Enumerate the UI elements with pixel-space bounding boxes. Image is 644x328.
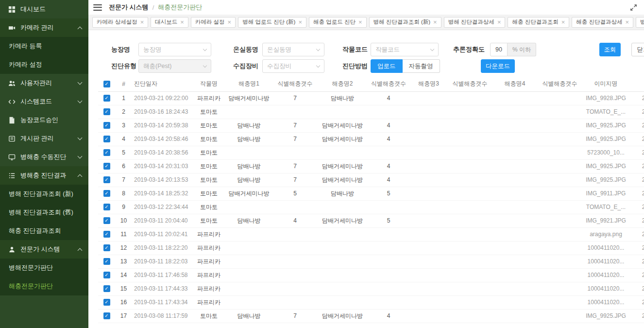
- tab[interactable]: 병해전문가판단×: [636, 17, 644, 28]
- chevron-down-icon: [78, 80, 83, 85]
- table-row[interactable]: ✓82019-03-14 18:25:32토마토담배거세미나방5담배나방5IMG…: [98, 187, 644, 200]
- close-icon[interactable]: ×: [497, 19, 501, 25]
- table-row[interactable]: ✓52019-03-14 20:38:56토마토5723000_10...201…: [98, 146, 644, 159]
- row-checkbox[interactable]: ✓: [103, 312, 110, 319]
- accuracy-input[interactable]: [490, 43, 508, 56]
- sidebar-item-3[interactable]: 시스템코드: [0, 92, 88, 111]
- menu-toggle-icon[interactable]: [93, 4, 102, 11]
- row-checkbox[interactable]: ✓: [103, 136, 110, 142]
- row-checkbox[interactable]: ✓: [103, 149, 110, 156]
- close-icon[interactable]: ×: [140, 19, 144, 25]
- fullscreen-icon[interactable]: [630, 4, 637, 11]
- tab[interactable]: 해충 진단결과조회×: [508, 17, 569, 28]
- table-row[interactable]: ✓92019-03-12 22:34:44토마토TOMATO_E_...2019: [98, 200, 644, 214]
- table-row[interactable]: ✓72019-03-14 20:13:53토마토담배나방7담배거세미나방4IMG…: [98, 173, 644, 187]
- chevron-up-icon: [78, 26, 83, 31]
- row-checkbox[interactable]: ✓: [103, 204, 110, 210]
- close-icon[interactable]: ×: [433, 19, 437, 25]
- tab[interactable]: 해충 업로드 진단×: [309, 17, 366, 28]
- close-icon[interactable]: ×: [180, 19, 184, 25]
- table-cell: 1000411020...: [583, 268, 629, 282]
- row-checkbox[interactable]: ✓: [103, 190, 110, 197]
- table-row[interactable]: ✓42019-03-14 20:58:46토마토담배나방7담배거세미나방4IMG…: [98, 132, 644, 146]
- tab[interactable]: 카메라 상세설정×: [92, 17, 148, 28]
- column-header: [629, 77, 644, 91]
- sidebar-subitem[interactable]: 병해 진단결과조회 (舊): [0, 203, 88, 222]
- table-cell: [367, 282, 410, 295]
- column-header: 식별해충갯수: [367, 77, 410, 91]
- row-checkbox[interactable]: ✓: [103, 163, 110, 170]
- sidebar-subitem[interactable]: 카메라 설정: [0, 55, 88, 74]
- tab[interactable]: 대시보드×: [151, 17, 188, 28]
- sidebar-item-6[interactable]: 병해충 수동진단: [0, 148, 88, 166]
- table-cell: 2019: [629, 227, 644, 241]
- sidebar-subitem[interactable]: 해충전문가판단: [0, 277, 88, 295]
- method-auto-button[interactable]: 자동촬영: [403, 59, 440, 73]
- table-row[interactable]: ✓12019-03-21 09:22:00파프리카담배거세미나방7담배나방4IM…: [98, 91, 644, 105]
- table-cell: 2019: [629, 282, 644, 295]
- table-cell: 16: [115, 295, 132, 309]
- table-row[interactable]: ✓112019-03-11 20:02:41파프리카aragaya.png201…: [98, 227, 644, 241]
- sidebar-subitem[interactable]: 해충 진단결과조회: [0, 222, 88, 240]
- table-cell: [318, 146, 367, 159]
- tab[interactable]: 해충 진단결과상세×: [572, 17, 633, 28]
- table-row[interactable]: ✓162019-03-11 17:43:34파프리카1000411020...2…: [98, 295, 644, 309]
- table-cell: [537, 241, 583, 255]
- diagnosis-type-select[interactable]: 해충(Pest): [138, 59, 211, 73]
- sidebar-item-8[interactable]: 전문가 시스템: [0, 240, 88, 259]
- column-header: 해충명1: [226, 77, 272, 91]
- sidebar-item-0[interactable]: 대시보드: [0, 0, 88, 18]
- farm-name-select[interactable]: 농장명: [138, 43, 211, 56]
- table-row[interactable]: ✓62019-03-14 20:31:03토마토담배나방7담배거세미나방4IMG…: [98, 159, 644, 173]
- close-icon[interactable]: ×: [625, 19, 629, 25]
- row-checkbox[interactable]: ✓: [103, 108, 110, 115]
- table-row[interactable]: ✓132019-03-11 18:22:03파프리카1000411020...2…: [98, 255, 644, 268]
- table-row[interactable]: ✓22019-03-16 18:24:43토마토TOMATO_E_...2019: [98, 105, 644, 119]
- table-row[interactable]: ✓172019-03-08 11:17:59토마토담배나방7담배거세미나방4IM…: [98, 309, 644, 323]
- method-upload-button[interactable]: 업로드: [371, 59, 403, 73]
- row-checkbox[interactable]: ✓: [103, 176, 110, 183]
- close-icon[interactable]: ×: [298, 19, 302, 25]
- greenhouse-select[interactable]: 온실동명: [262, 43, 324, 56]
- device-select[interactable]: 수집장비: [262, 59, 324, 73]
- select-all-checkbox[interactable]: ✓: [103, 81, 110, 87]
- sidebar-item-1[interactable]: 카메라 관리: [0, 18, 88, 37]
- table-cell: [493, 91, 537, 105]
- sidebar-subitem[interactable]: 병해 진단결과조회 (新): [0, 185, 88, 203]
- row-checkbox[interactable]: ✓: [103, 95, 110, 102]
- crop-code-select[interactable]: 작물코드: [371, 43, 439, 56]
- sidebar-item-5[interactable]: 게시판 관리: [0, 129, 88, 148]
- table-row[interactable]: ✓102019-03-11 20:04:40토마토담배나방4담배거세미나방5IM…: [98, 214, 644, 227]
- row-checkbox[interactable]: ✓: [103, 231, 110, 238]
- tab[interactable]: 병해 진단결과상세×: [444, 17, 506, 28]
- tab[interactable]: 카메라 설정×: [191, 17, 236, 28]
- sidebar-item-4[interactable]: 농장코드승인: [0, 111, 88, 129]
- table-row[interactable]: ✓32019-03-14 20:59:38토마토담배나방7담배거세미나방4IMG…: [98, 119, 644, 132]
- tab[interactable]: 병해 업로드 진단 (新)×: [238, 17, 306, 28]
- close-icon[interactable]: ×: [358, 19, 362, 25]
- row-checkbox[interactable]: ✓: [103, 285, 110, 292]
- row-checkbox[interactable]: ✓: [103, 122, 110, 129]
- search-button[interactable]: 조회: [599, 43, 621, 56]
- row-checkbox[interactable]: ✓: [103, 244, 110, 251]
- users-icon: [8, 79, 16, 87]
- sidebar-item-7[interactable]: 병해충 진단결과: [0, 166, 88, 185]
- table-row[interactable]: ✓122019-03-11 18:22:20파프리카1000411020...2…: [98, 241, 644, 255]
- table-cell: 2018: [629, 309, 644, 323]
- row-checkbox[interactable]: ✓: [103, 299, 110, 306]
- sidebar-subitem[interactable]: 카메라 등록: [0, 37, 88, 55]
- table-cell: 파프리카: [192, 268, 226, 282]
- row-checkbox[interactable]: ✓: [103, 258, 110, 265]
- close-button[interactable]: 닫기: [631, 43, 644, 56]
- tab[interactable]: 병해 진단결과조회 (新)×: [369, 17, 441, 28]
- row-checkbox[interactable]: ✓: [103, 217, 110, 224]
- sidebar-item-2[interactable]: 사용자관리: [0, 74, 88, 92]
- close-icon[interactable]: ×: [561, 19, 565, 25]
- tab-label: 해충 진단결과상세: [576, 18, 622, 26]
- table-row[interactable]: ✓142019-03-11 17:46:58파프리카1000411020...2…: [98, 268, 644, 282]
- download-button[interactable]: 다운로드: [481, 59, 515, 73]
- sidebar-subitem[interactable]: 병해전문가판단: [0, 259, 88, 277]
- table-row[interactable]: ✓152019-03-11 17:44:33파프리카1000411020...2…: [98, 282, 644, 295]
- row-checkbox[interactable]: ✓: [103, 272, 110, 278]
- close-icon[interactable]: ×: [228, 19, 232, 25]
